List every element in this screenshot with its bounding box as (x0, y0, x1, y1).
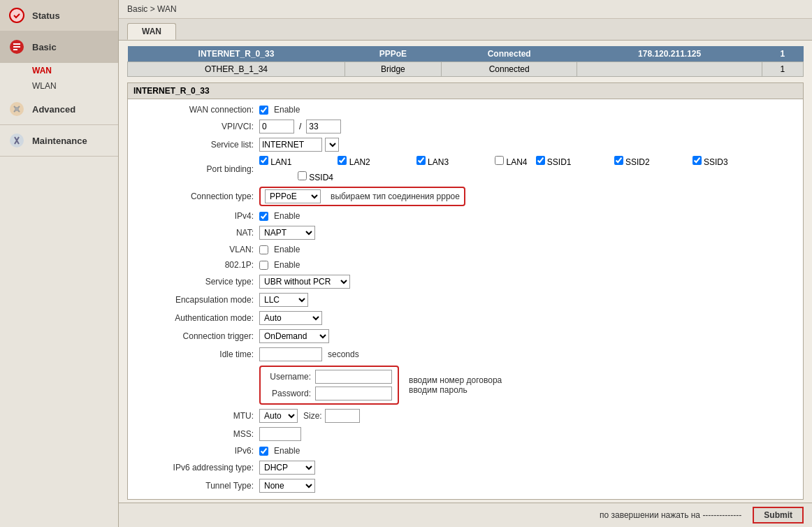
lan3-checkbox[interactable] (416, 156, 426, 165)
port-ssid3[interactable]: SSID3 (693, 156, 728, 167)
nat-select[interactable]: NAPT NAT None (259, 226, 315, 240)
vlan-row: VLAN: Enable (128, 242, 803, 257)
sidebar-item-advanced[interactable]: Advanced (0, 94, 118, 125)
col-header-status: Connected (441, 46, 577, 62)
ipv6-enable-text: Enable (274, 446, 300, 456)
submit-button[interactable]: Submit (753, 507, 804, 524)
vci-input[interactable] (306, 120, 341, 133)
encap-select[interactable]: LLC VCMUX (259, 293, 308, 307)
connection-type-label: Connection type: (133, 192, 259, 201)
nat-label: NAT: (133, 228, 259, 238)
connection-type-select[interactable]: PPPoE Bridge IPoE (265, 189, 321, 203)
ipv6-addr-select[interactable]: DHCP Static (259, 461, 315, 475)
port-lan3[interactable]: LAN3 (416, 156, 449, 167)
dot1p-label: 802.1P: (133, 260, 259, 270)
port-ssid2[interactable]: SSID2 (614, 156, 650, 167)
lan1-checkbox[interactable] (259, 156, 268, 165)
sidebar-maintenance-label: Maintenance (32, 136, 87, 146)
port-binding-row: Port binding: LAN1 LAN2 LAN3 LAN4 SSID1 … (128, 154, 803, 185)
form-section: INTERNET_R_0_33 WAN connection: Enable V… (127, 82, 804, 500)
vlan-checkbox[interactable] (259, 245, 268, 254)
auth-select[interactable]: Auto PAP CHAP (259, 311, 322, 325)
ipv6-checkbox[interactable] (259, 447, 268, 456)
connection-table: INTERNET_R_0_33 PPPoE Connected 178.120.… (127, 46, 804, 77)
mtu-auto-select[interactable]: Auto Manual (259, 409, 298, 423)
mss-input[interactable]: 0 (259, 427, 301, 441)
tab-wan[interactable]: WAN (127, 23, 176, 40)
connection-type-highlight: PPPoE Bridge IPoE выбираем тип соединени… (259, 187, 465, 206)
connection-type-field: PPPoE Bridge IPoE выбираем тип соединени… (259, 187, 797, 206)
mss-field: 0 (259, 427, 797, 441)
sidebar-sub-wan[interactable]: WAN (0, 63, 118, 78)
sidebar-wan-label: WAN (32, 66, 52, 75)
tunnel-row: Tunnel Type: None 6in4 6rd (128, 477, 803, 495)
ipv6-field: Enable (259, 446, 797, 456)
sidebar-sub-wlan[interactable]: WLAN (0, 78, 118, 94)
connection-type-row: Connection type: PPPoE Bridge IPoE выбир… (128, 185, 803, 208)
port-lan2[interactable]: LAN2 (338, 156, 370, 167)
ssid3-checkbox[interactable] (693, 156, 702, 165)
sidebar-item-maintenance[interactable]: Maintenance (0, 125, 118, 157)
vlan-label: VLAN: (133, 245, 259, 254)
ipv6-addr-field: DHCP Static (259, 461, 797, 475)
wan-connection-checkbox[interactable] (259, 106, 268, 115)
form-body: WAN connection: Enable VPI/VCI: / Servic… (128, 99, 803, 498)
mtu-size-input[interactable]: 1492 (325, 409, 360, 423)
lan2-checkbox[interactable] (338, 156, 347, 165)
ssid2-checkbox[interactable] (614, 156, 623, 165)
row-status: Connected (441, 62, 577, 77)
ipv4-field: Enable (259, 211, 797, 221)
credentials-highlight-box: Username: Password: (259, 366, 399, 405)
service-type-select[interactable]: UBR without PCR UBR with PCR CBR (259, 275, 350, 289)
maintenance-icon (7, 131, 27, 150)
vpivci-sep: / (299, 122, 301, 131)
main-content: Basic > WAN WAN INTERNET_R_0_33 PPPoE Co… (119, 0, 812, 527)
wan-connection-field: Enable (259, 105, 797, 115)
service-type-field: UBR without PCR UBR with PCR CBR (259, 275, 797, 289)
port-binding-field: LAN1 LAN2 LAN3 LAN4 SSID1 SSID2 SSID3 SS… (259, 156, 797, 182)
sidebar-item-status[interactable]: Status (0, 0, 118, 31)
username-inline-label: Username: (266, 372, 315, 382)
password-note: вводим пароль (409, 385, 502, 395)
password-inline-label: Password: (266, 389, 315, 398)
col-header-name: INTERNET_R_0_33 (128, 46, 345, 62)
password-input[interactable] (315, 387, 392, 400)
encap-row: Encapsulation mode: LLC VCMUX (128, 291, 803, 309)
vpivci-label: VPI/VCI: (133, 122, 259, 131)
service-list-input[interactable] (259, 138, 322, 152)
vpi-input[interactable] (259, 120, 294, 133)
ipv4-checkbox[interactable] (259, 212, 268, 221)
sidebar-item-basic[interactable]: Basic (0, 31, 118, 63)
idle-time-field: 300 seconds (259, 347, 797, 361)
service-list-select[interactable] (325, 138, 339, 152)
breadcrumb: Basic > WAN (119, 0, 812, 19)
ssid4-checkbox[interactable] (298, 171, 307, 180)
wan-connection-row: WAN connection: Enable (128, 102, 803, 117)
vlan-enable-text: Enable (274, 245, 300, 254)
mss-label: MSS: (133, 429, 259, 439)
username-input[interactable] (315, 370, 392, 384)
ssid1-checkbox[interactable] (536, 156, 545, 165)
table-row[interactable]: OTHER_B_1_34 Bridge Connected 1 (128, 62, 804, 77)
vpivci-row: VPI/VCI: / (128, 117, 803, 136)
encap-label: Encapsulation mode: (133, 295, 259, 305)
mss-row: MSS: 0 (128, 425, 803, 443)
lan4-checkbox[interactable] (495, 156, 504, 165)
idle-time-input[interactable]: 300 (259, 347, 322, 361)
ipv4-enable-text: Enable (274, 211, 300, 221)
auth-field: Auto PAP CHAP (259, 311, 797, 325)
port-lan4[interactable]: LAN4 (495, 156, 527, 167)
mtu-label: MTU: (133, 411, 259, 421)
row-num: 1 (762, 62, 803, 77)
vpivci-field: / (259, 120, 797, 133)
port-binding-label: Port binding: (133, 164, 259, 174)
idle-time-label: Idle time: (133, 349, 259, 359)
port-ssid4[interactable]: SSID4 (298, 171, 333, 182)
tunnel-select[interactable]: None 6in4 6rd (259, 479, 315, 493)
mtu-field: Auto Manual Size: 1492 (259, 409, 797, 423)
port-ssid1[interactable]: SSID1 (536, 156, 572, 167)
dot1p-checkbox[interactable] (259, 261, 268, 270)
form-section-title: INTERNET_R_0_33 (128, 83, 803, 99)
port-lan1[interactable]: LAN1 (259, 156, 291, 167)
conn-trigger-select[interactable]: OnDemand AlwaysOn (259, 329, 329, 343)
